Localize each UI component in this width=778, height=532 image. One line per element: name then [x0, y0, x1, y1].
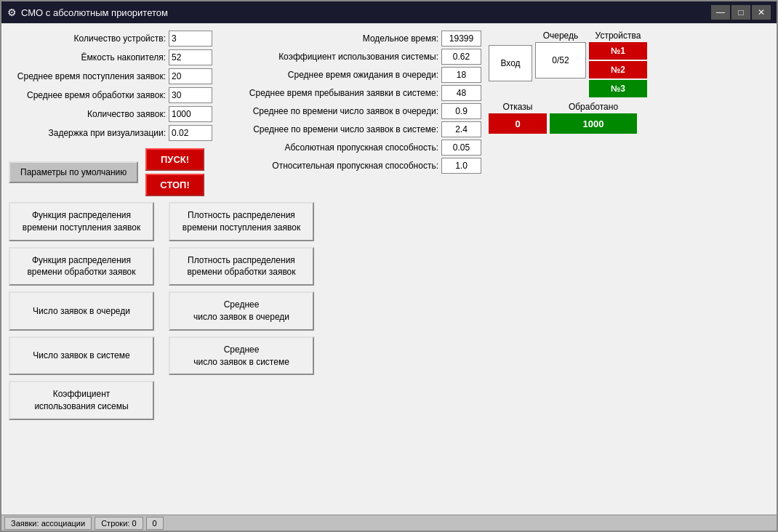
devices-count-input[interactable]	[169, 31, 212, 47]
devices-count-label: Количество устройств:	[9, 33, 166, 44]
usage-value: 0.62	[441, 49, 481, 65]
avg-processing-row: Среднее время обработки заявок:	[9, 87, 212, 103]
minimize-button[interactable]: —	[711, 5, 730, 20]
abs-throughput-label: Абсолютная пропускная способность:	[220, 142, 438, 153]
avg-arrival-row: Среднее время поступления заявок:	[9, 68, 212, 84]
avg-stay-label: Среднее время пребывания заявки в систем…	[220, 88, 438, 98]
requests-count-input[interactable]	[169, 106, 212, 122]
capacity-input[interactable]	[169, 49, 212, 65]
delay-row: Задержка при визуализации:	[9, 125, 212, 141]
graph-btn-2[interactable]: Плотность распределения времени поступле…	[169, 202, 314, 241]
devices-section: Устройства №1 №2 №3	[589, 31, 647, 97]
queue-box: 0/52	[535, 42, 586, 78]
graph-btn-row-3: Число заявок в очереди Среднее число зая…	[9, 291, 769, 331]
graph-btn-7[interactable]: Число заявок в системе	[9, 336, 154, 376]
window-controls: — □ ✕	[711, 5, 771, 20]
stats-panel: Модельное время: 19399 Коэффициент испол…	[220, 31, 481, 196]
delay-input[interactable]	[169, 125, 212, 141]
taskbar-item-1[interactable]: Заявки: ассоциации	[4, 517, 92, 530]
abs-throughput-row: Абсолютная пропускная способность: 0.05	[220, 140, 481, 156]
start-button[interactable]: ПУСК!	[145, 148, 204, 171]
avg-arrival-label: Среднее время поступления заявок:	[9, 71, 166, 81]
capacity-label: Ёмкость накопителя:	[9, 52, 166, 63]
device1-box: №1	[589, 42, 647, 60]
graph-btn-9[interactable]: Коэффициент использования сисемы	[9, 381, 154, 420]
devices-count-row: Количество устройств:	[9, 31, 212, 47]
top-section: Количество устройств: Ёмкость накопителя…	[9, 31, 769, 196]
graph-buttons-section: Функция распределения времени поступлени…	[9, 202, 769, 507]
graph-btn-row-2: Функция распределения времени обработки …	[9, 247, 769, 286]
usage-label: Коэффициент использования системы:	[220, 52, 438, 62]
graph-btn-1[interactable]: Функция распределения времени поступлени…	[9, 202, 154, 241]
graph-btn-8[interactable]: Среднее число заявок в системе	[169, 336, 314, 376]
device2-box: №2	[589, 61, 647, 78]
graph-btn-6[interactable]: Среднее число заявок в очереди	[169, 291, 314, 331]
graph-btn-row-4: Число заявок в системе Среднее число зая…	[9, 336, 769, 376]
avg-wait-value: 18	[441, 67, 481, 83]
stop-button[interactable]: СТОП!	[145, 174, 204, 196]
requests-count-label: Количество заявок:	[9, 109, 166, 119]
window-title: СМО с абсолютным приоритетом	[21, 7, 707, 18]
close-button[interactable]: ✕	[752, 5, 771, 20]
rel-throughput-row: Относительная пропускная способность: 1.…	[220, 158, 481, 174]
action-buttons: Параметры по умолчанию ПУСК! СТОП!	[9, 148, 212, 196]
rel-throughput-label: Относительная пропускная способность:	[220, 161, 438, 171]
app-icon: ⚙	[7, 7, 17, 18]
avg-arrival-input[interactable]	[169, 68, 212, 84]
graph-btn-4[interactable]: Плотность распределения времени обработк…	[169, 247, 314, 286]
abs-throughput-value: 0.05	[441, 140, 481, 156]
avg-processing-label: Среднее время обработки заявок:	[9, 90, 166, 100]
requests-count-row: Количество заявок:	[9, 106, 212, 122]
title-bar: ⚙ СМО с абсолютным приоритетом — □ ✕	[1, 1, 777, 23]
usage-row: Коэффициент использования системы: 0.62	[220, 49, 481, 65]
processed-value: 1000	[550, 113, 637, 134]
defaults-button[interactable]: Параметры по умолчанию	[9, 161, 138, 183]
rel-throughput-value: 1.0	[441, 158, 481, 174]
taskbar-item-3[interactable]: 0	[146, 517, 164, 530]
avg-wait-row: Среднее время ожидания в очереди: 18	[220, 67, 481, 83]
device3-box: №3	[589, 80, 647, 97]
main-content: Количество устройств: Ёмкость накопителя…	[1, 23, 777, 515]
processed-label: Обработано	[569, 102, 618, 112]
avg-system-time-label: Среднее по времени число заявок в систем…	[220, 124, 438, 134]
start-stop-buttons: ПУСК! СТОП!	[145, 148, 204, 196]
vhod-section: Вход	[489, 31, 532, 81]
vis-top: Вход Очередь 0/52 Устройства №1 №2 №	[489, 31, 647, 97]
capacity-row: Ёмкость накопителя:	[9, 49, 212, 65]
vis-bottom: Отказы 0 Обработано 1000	[489, 102, 647, 134]
maximize-button[interactable]: □	[731, 5, 750, 20]
model-time-row: Модельное время: 19399	[220, 31, 481, 47]
devices-header-label: Устройства	[595, 31, 641, 41]
main-window: ⚙ СМО с абсолютным приоритетом — □ ✕ Кол…	[0, 0, 778, 532]
delay-label: Задержка при визуализации:	[9, 128, 166, 138]
vhod-box: Вход	[489, 45, 532, 81]
graph-btn-row-5: Коэффициент использования сисемы	[9, 381, 769, 420]
avg-stay-row: Среднее время пребывания заявки в систем…	[220, 85, 481, 101]
processed-section: Обработано 1000	[550, 102, 637, 134]
avg-stay-value: 48	[441, 85, 481, 101]
graph-btn-3[interactable]: Функция распределения времени обработки …	[9, 247, 154, 286]
queue-section: Очередь 0/52	[535, 31, 586, 78]
parameters-panel: Количество устройств: Ёмкость накопителя…	[9, 31, 212, 196]
taskbar: Заявки: ассоциации Строки: 0 0	[1, 515, 777, 531]
queue-header-label: Очередь	[543, 31, 579, 41]
visualization-panel: Вход Очередь 0/52 Устройства №1 №2 №	[489, 31, 647, 196]
taskbar-item-2[interactable]: Строки: 0	[95, 517, 143, 530]
model-time-label: Модельное время:	[220, 33, 438, 44]
avg-processing-input[interactable]	[169, 87, 212, 103]
otkazy-label: Отказы	[502, 102, 532, 112]
otkazy-value: 0	[489, 113, 547, 134]
avg-queue-time-value: 0.9	[441, 103, 481, 119]
avg-queue-time-row: Среднее по времени число заявок в очеред…	[220, 103, 481, 119]
avg-system-time-value: 2.4	[441, 121, 481, 137]
graph-btn-row-1: Функция распределения времени поступлени…	[9, 202, 769, 241]
avg-system-time-row: Среднее по времени число заявок в систем…	[220, 121, 481, 137]
avg-wait-label: Среднее время ожидания в очереди:	[220, 70, 438, 80]
avg-queue-time-label: Среднее по времени число заявок в очеред…	[220, 106, 438, 116]
model-time-value: 19399	[441, 31, 481, 47]
graph-btn-5[interactable]: Число заявок в очереди	[9, 291, 154, 331]
otkazy-section: Отказы 0	[489, 102, 547, 134]
